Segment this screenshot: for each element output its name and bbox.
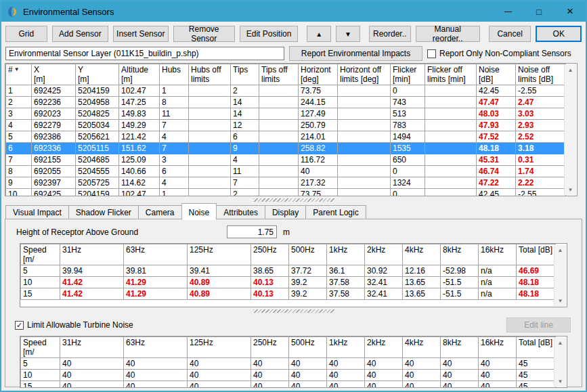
grid-cell[interactable]: 40 xyxy=(441,370,479,381)
grid-cell[interactable]: 37.58 xyxy=(327,277,365,288)
grid-cell[interactable]: 7 xyxy=(160,120,189,131)
grid-cell[interactable]: 125.09 xyxy=(119,154,160,166)
ok-button[interactable]: OK xyxy=(536,26,582,42)
grid-row[interactable]: 106924255204159102.471273.75042.45-2.55 xyxy=(6,189,566,197)
grid-cell[interactable] xyxy=(189,108,231,120)
report-noncompliant-checkbox[interactable] xyxy=(427,49,436,58)
grid-cell[interactable]: 48.18 xyxy=(477,143,516,154)
grid-cell[interactable]: 4 xyxy=(6,120,32,131)
grid-cell[interactable]: -2.55 xyxy=(516,189,566,197)
grid-cell[interactable]: 783 xyxy=(391,120,425,131)
grid-cell[interactable]: 40 xyxy=(479,370,517,381)
column-header[interactable]: Y [m] xyxy=(76,64,119,85)
scrollbar-up-icon[interactable]: ▲ xyxy=(555,337,566,348)
grid-cell[interactable] xyxy=(425,131,477,143)
grid-cell[interactable]: 692023 xyxy=(32,108,76,120)
grid-cell[interactable] xyxy=(259,189,299,197)
column-header[interactable]: Noise [dB] xyxy=(477,64,516,85)
grid-cell[interactable]: 42.45 xyxy=(477,85,516,97)
grid-cell[interactable]: 151.62 xyxy=(119,143,160,154)
grid-cell[interactable]: 149.83 xyxy=(119,108,160,120)
grid-cell[interactable] xyxy=(338,154,391,166)
grid-cell[interactable] xyxy=(189,143,231,154)
grid-cell[interactable]: 2 xyxy=(231,189,259,197)
tab-parent-logic[interactable]: Parent Logic xyxy=(305,205,366,219)
grid-cell[interactable]: n/a xyxy=(479,277,517,288)
grid-row[interactable]: 56923865205621121.4246214.01149447.522.5… xyxy=(6,131,566,143)
grid-row[interactable]: 104040404040404040404045 xyxy=(21,370,556,381)
grid-cell[interactable]: 4 xyxy=(231,154,259,166)
grid-cell[interactable]: 40 xyxy=(188,381,251,389)
grid-cell[interactable]: 40 xyxy=(289,370,327,381)
column-header[interactable]: X [m] xyxy=(32,64,76,85)
grid-cell[interactable]: 10 xyxy=(21,277,60,288)
grid-cell[interactable] xyxy=(425,108,477,120)
grid-cell[interactable] xyxy=(338,177,391,189)
grid-cell[interactable]: 692279 xyxy=(32,120,76,131)
grid-cell[interactable] xyxy=(425,154,477,166)
grid-cell[interactable] xyxy=(259,154,299,166)
grid-cell[interactable]: 47.22 xyxy=(477,177,516,189)
grid-cell[interactable]: 4 xyxy=(160,177,189,189)
grid-cell[interactable]: 258.82 xyxy=(299,143,338,154)
grid-cell[interactable] xyxy=(259,143,299,154)
grid-cell[interactable]: 6 xyxy=(231,131,259,143)
minimize-icon[interactable] xyxy=(492,1,523,22)
grid-cell[interactable] xyxy=(189,131,231,143)
grid-cell[interactable]: 2.47 xyxy=(516,97,566,108)
grid-cell[interactable]: 11 xyxy=(160,108,189,120)
grid-cell[interactable]: 147.25 xyxy=(119,97,160,108)
grid-cell[interactable] xyxy=(338,120,391,131)
grid-cell[interactable]: 40 xyxy=(479,381,517,389)
tab-display[interactable]: Display xyxy=(265,205,306,219)
grid-cell[interactable]: n/a xyxy=(479,265,517,277)
grid-cell[interactable] xyxy=(259,85,299,97)
grid-row[interactable]: 86920555204555140.6661140046.741.74 xyxy=(6,166,566,177)
grid-cell[interactable]: 8 xyxy=(6,166,32,177)
maximize-icon[interactable]: □ xyxy=(523,1,555,22)
grid-cell[interactable]: 3.03 xyxy=(516,108,566,120)
grid-cell[interactable]: 40.89 xyxy=(188,277,251,288)
grid-cell[interactable]: -52.98 xyxy=(441,265,479,277)
grid-cell[interactable]: 40 xyxy=(365,381,403,389)
grid-cell[interactable]: 692397 xyxy=(32,177,76,189)
grid-cell[interactable] xyxy=(189,120,231,131)
grid-cell[interactable]: 5204555 xyxy=(76,166,119,177)
grid-cell[interactable]: 244.15 xyxy=(299,97,338,108)
grid-cell[interactable]: 40 xyxy=(60,370,124,381)
grid-cell[interactable]: 40 xyxy=(327,370,365,381)
grid-cell[interactable]: 149.29 xyxy=(119,120,160,131)
grid-cell[interactable]: 3 xyxy=(6,108,32,120)
grid-cell[interactable]: 13.65 xyxy=(403,277,441,288)
grid-cell[interactable]: 214.01 xyxy=(299,131,338,143)
grid-cell[interactable]: 6 xyxy=(160,166,189,177)
grid-cell[interactable]: 40 xyxy=(365,358,403,370)
grid-cell[interactable]: 121.42 xyxy=(119,131,160,143)
grid-cell[interactable]: 14 xyxy=(231,108,259,120)
grid-cell[interactable]: 40 xyxy=(403,381,441,389)
column-header[interactable]: Hubs xyxy=(160,64,189,85)
grid-row[interactable]: 46922795205034149.29712250.7978347.932.9… xyxy=(6,120,566,131)
grid-cell[interactable]: 3 xyxy=(160,154,189,166)
grid-cell[interactable]: 45 xyxy=(517,358,556,370)
grid-cell[interactable] xyxy=(189,154,231,166)
horizontal-splitter-2[interactable] xyxy=(5,307,582,314)
reorder-button[interactable]: Reorder.. xyxy=(369,26,411,42)
column-header[interactable]: Hubs off limits xyxy=(189,64,231,85)
grid-cell[interactable]: 5204958 xyxy=(76,97,119,108)
grid-cell[interactable] xyxy=(189,177,231,189)
grid-cell[interactable]: -51.5 xyxy=(441,277,479,288)
grid-cell[interactable]: 0 xyxy=(391,166,425,177)
grid-cell[interactable]: 9 xyxy=(231,143,259,154)
grid-row[interactable]: 96923975205725114.6247217.32132447.222.2… xyxy=(6,177,566,189)
remove-sensor-button[interactable]: Remove Sensor xyxy=(173,26,235,42)
grid-cell[interactable]: 9 xyxy=(6,177,32,189)
grid-cell[interactable] xyxy=(425,177,477,189)
grid-cell[interactable]: 7 xyxy=(6,154,32,166)
column-header[interactable]: Horizont off limits [deg] xyxy=(338,64,391,85)
column-header[interactable]: Tips xyxy=(231,64,259,85)
grid-cell[interactable] xyxy=(259,177,299,189)
grid-cell[interactable] xyxy=(259,131,299,143)
grid-cell[interactable]: 40 xyxy=(299,166,338,177)
grid-cell[interactable]: 47.52 xyxy=(477,131,516,143)
